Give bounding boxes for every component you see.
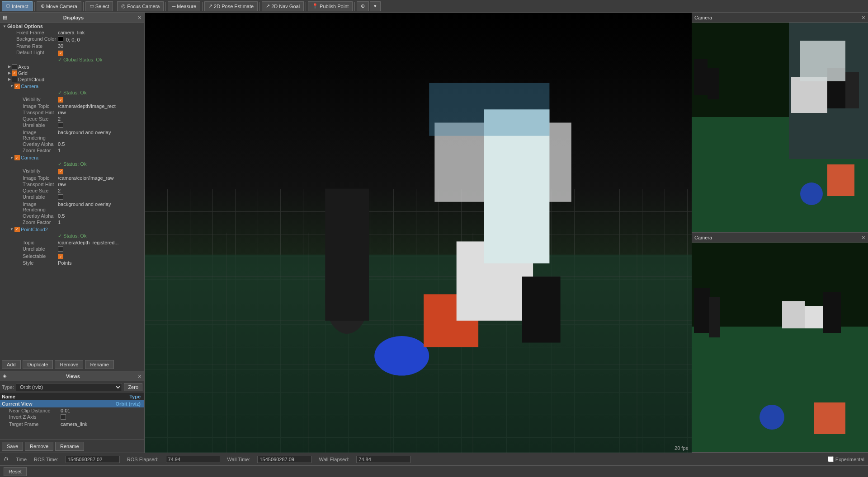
- target-frame-label: Target Frame: [2, 421, 61, 427]
- axes-row[interactable]: ▶ Axes: [0, 64, 144, 70]
- cam2-zoom-row: Zoom Factor 1: [2, 219, 142, 225]
- cam1-topic-value: /camera/depth/image_rect: [58, 103, 141, 109]
- scene-svg: [145, 13, 692, 453]
- axes-checkbox[interactable]: [12, 64, 17, 70]
- displays-icon: ▤: [3, 14, 7, 20]
- views-save-button[interactable]: Save: [2, 442, 23, 451]
- cam2-visibility-row: Visibility ✓: [2, 168, 142, 175]
- expand-icon2: ▼: [10, 156, 14, 160]
- cam2-zoom-label: Zoom Factor: [4, 220, 58, 225]
- cam1-status-label: [4, 90, 58, 96]
- views-icon: ◈: [3, 373, 6, 379]
- duplicate-button[interactable]: Duplicate: [23, 360, 53, 369]
- background-color-value: 0; 0; 0: [58, 36, 141, 42]
- camera-bottom-close-button[interactable]: ×: [862, 234, 865, 241]
- global-options-row[interactable]: ▼ Global Options: [2, 23, 142, 29]
- views-remove-button[interactable]: Remove: [25, 442, 53, 451]
- rename-button[interactable]: Rename: [85, 360, 114, 369]
- camera-bottom-header: Camera ×: [692, 233, 868, 243]
- invert-z-value: [61, 414, 66, 421]
- cam1-unreliable-row: Unreliable: [2, 122, 142, 129]
- cam2-transport-value: raw: [58, 182, 141, 187]
- views-zero-button[interactable]: Zero: [124, 383, 142, 391]
- views-section: ◈ Views × Type: Orbit (rviz) Zero Name T…: [0, 371, 144, 453]
- camera-top-close-button[interactable]: ×: [862, 14, 865, 21]
- depthcloud-checkbox[interactable]: [12, 77, 17, 82]
- toolbar-separator-3: [115, 2, 115, 11]
- measure-button[interactable]: ─ Measure: [168, 1, 200, 11]
- pointcloud2-checkbox[interactable]: ✓: [14, 227, 20, 232]
- camera-bottom-view[interactable]: [692, 243, 868, 452]
- cam2-topic-label: Image Topic: [4, 175, 58, 181]
- pc2-selectable-checkbox[interactable]: ✓: [58, 254, 63, 259]
- displays-close-button[interactable]: ×: [138, 14, 142, 21]
- 2d-nav-button[interactable]: ↗ 2D Nav Goal: [262, 1, 304, 11]
- cam2-alpha-row: Overlay Alpha 0.5: [2, 213, 142, 219]
- 3d-scene[interactable]: 20 fps: [145, 13, 692, 453]
- toolbar-separator-2: [83, 2, 84, 11]
- viewport-3d[interactable]: 20 fps: [145, 13, 692, 453]
- pointcloud2-row[interactable]: ▼ ✓ PointCloud2: [2, 226, 142, 233]
- experimental-label[interactable]: Experimental: [828, 456, 864, 462]
- cam2-vis-checkbox[interactable]: ✓: [58, 169, 63, 174]
- remove-button[interactable]: Remove: [55, 360, 83, 369]
- current-view-type: Orbit (rviz): [115, 401, 142, 407]
- cam1-rendering-label: Image Rendering: [4, 130, 58, 140]
- depthcloud-label: DepthCloud: [18, 77, 143, 82]
- cam1-transport-row: Transport Hint raw: [2, 109, 142, 116]
- reset-button[interactable]: Reset: [4, 467, 27, 476]
- time-label: Time: [16, 457, 27, 462]
- invert-z-checkbox[interactable]: [61, 414, 66, 420]
- svg-rect-25: [800, 41, 845, 81]
- camera2-row[interactable]: ▼ ✓ Camera: [2, 154, 142, 161]
- experimental-checkbox[interactable]: [828, 456, 834, 462]
- depthcloud-row[interactable]: ▶ DepthCloud: [0, 76, 144, 83]
- interact-button[interactable]: ⬡ Interact: [2, 1, 33, 11]
- fps-display: 20 fps: [675, 445, 688, 451]
- check-icon: ✓: [58, 57, 63, 62]
- grid-row[interactable]: ▶ ✓ Grid: [0, 70, 144, 76]
- grid-checkbox[interactable]: ✓: [12, 70, 17, 76]
- menu-button[interactable]: ▾: [370, 1, 381, 11]
- views-rename-button[interactable]: Rename: [55, 442, 84, 451]
- extra-button[interactable]: ⊕: [357, 1, 369, 11]
- views-close-button[interactable]: ×: [138, 373, 142, 379]
- focus-camera-button[interactable]: ◎ Focus Camera: [117, 1, 164, 11]
- frame-rate-value: 30: [58, 43, 141, 49]
- toolbar: ⬡ Interact ⊕ Move Camera ▭ Select ◎ Focu…: [0, 0, 868, 13]
- move-camera-button[interactable]: ⊕ Move Camera: [37, 1, 81, 11]
- camera2-checkbox[interactable]: ✓: [14, 155, 20, 160]
- axes-label: Axes: [18, 64, 143, 70]
- add-button[interactable]: Add: [2, 360, 21, 369]
- views-type-row: Type: Orbit (rviz) Zero: [0, 381, 144, 393]
- camera-top-view[interactable]: [692, 23, 868, 232]
- target-frame-row: Target Frame camera_link: [0, 421, 144, 427]
- pc2-unreliable-checkbox[interactable]: [58, 246, 63, 252]
- views-type-select[interactable]: Orbit (rviz): [16, 383, 122, 391]
- cam1-unreliable-checkbox[interactable]: [58, 122, 63, 128]
- camera1-row[interactable]: ▼ ✓ Camera: [2, 83, 142, 89]
- cam2-svg: [692, 243, 868, 452]
- cam1-unreliable-value: [58, 122, 141, 129]
- measure-icon: ─: [172, 4, 175, 9]
- fixed-frame-value: camera_link: [58, 30, 141, 35]
- nav-icon: ↗: [266, 3, 270, 9]
- cursor-icon: ⬡: [6, 3, 10, 9]
- wall-time-label: Wall Time:: [227, 457, 250, 462]
- cam2-queue-row: Queue Size 2: [2, 187, 142, 194]
- time-icon: ⏱: [4, 457, 9, 462]
- bottom-bar: Reset: [0, 465, 868, 477]
- main-content: ▤ Displays × ▼ Global Options Fixed Fram…: [0, 13, 868, 453]
- select-button[interactable]: ▭ Select: [85, 1, 113, 11]
- near-clip-label: Near Clip Distance: [2, 408, 61, 413]
- cam1-vis-checkbox[interactable]: ✓: [58, 97, 63, 103]
- ros-time-label: ROS Time:: [34, 457, 58, 462]
- select-icon: ▭: [90, 3, 94, 9]
- displays-tree[interactable]: ▼ Global Options Fixed Frame camera_link…: [0, 23, 144, 358]
- 2d-pose-button[interactable]: ↗ 2D Pose Estimate: [204, 1, 258, 11]
- default-light-checkbox[interactable]: ✓: [58, 51, 63, 56]
- current-view-row[interactable]: Current View Orbit (rviz): [0, 400, 144, 407]
- cam2-unreliable-checkbox[interactable]: [58, 194, 63, 200]
- publish-point-button[interactable]: 📍 Publish Point: [308, 1, 353, 11]
- camera1-checkbox[interactable]: ✓: [14, 84, 20, 89]
